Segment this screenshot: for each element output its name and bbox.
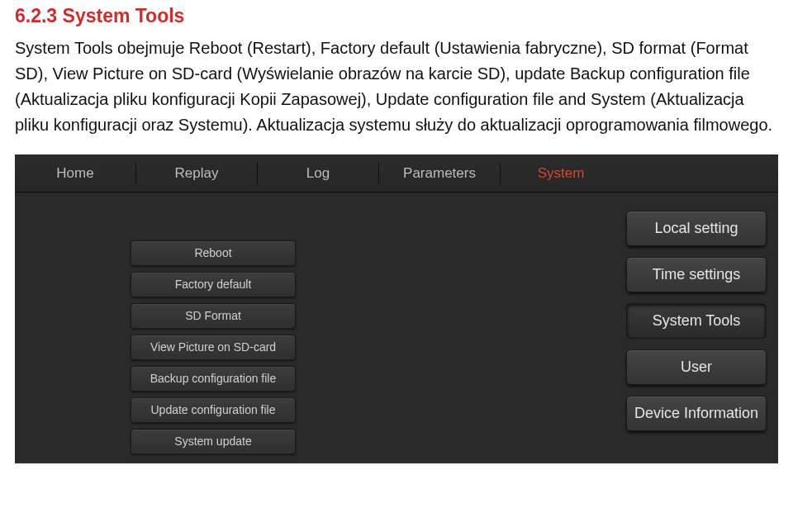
device-information-button[interactable]: Device Information: [626, 396, 767, 431]
side-menu: Local setting Time settings System Tools…: [626, 211, 767, 431]
factory-default-button[interactable]: Factory default: [131, 272, 296, 297]
reboot-button[interactable]: Reboot: [131, 240, 296, 266]
update-config-button[interactable]: Update configuration file: [131, 397, 296, 423]
system-tools-panel: Reboot Factory default SD Format View Pi…: [131, 240, 296, 454]
view-picture-sd-button[interactable]: View Picture on SD-card: [131, 335, 296, 360]
nav-parameters[interactable]: Parameters: [379, 165, 500, 182]
local-setting-button[interactable]: Local setting: [626, 211, 767, 246]
backup-config-button[interactable]: Backup configuration file: [131, 366, 296, 392]
system-update-button[interactable]: System update: [131, 429, 296, 454]
app-screenshot: Home Replay Log Parameters System Reboot…: [15, 154, 778, 463]
section-paragraph: System Tools obejmuje Reboot (Restart), …: [15, 36, 778, 138]
sd-format-button[interactable]: SD Format: [131, 303, 296, 329]
content-area: Reboot Factory default SD Format View Pi…: [15, 192, 778, 463]
content-divider: [15, 463, 778, 463]
time-settings-button[interactable]: Time settings: [626, 257, 767, 292]
top-nav-bar: Home Replay Log Parameters System: [15, 154, 778, 192]
nav-replay[interactable]: Replay: [136, 165, 257, 182]
system-tools-button[interactable]: System Tools: [626, 303, 767, 339]
user-button[interactable]: User: [626, 349, 767, 385]
section-heading: 6.2.3 System Tools: [15, 5, 778, 27]
nav-log[interactable]: Log: [258, 165, 378, 182]
nav-system[interactable]: System: [501, 165, 621, 182]
document-section: 6.2.3 System Tools System Tools obejmuje…: [0, 0, 793, 151]
nav-home[interactable]: Home: [15, 165, 135, 182]
